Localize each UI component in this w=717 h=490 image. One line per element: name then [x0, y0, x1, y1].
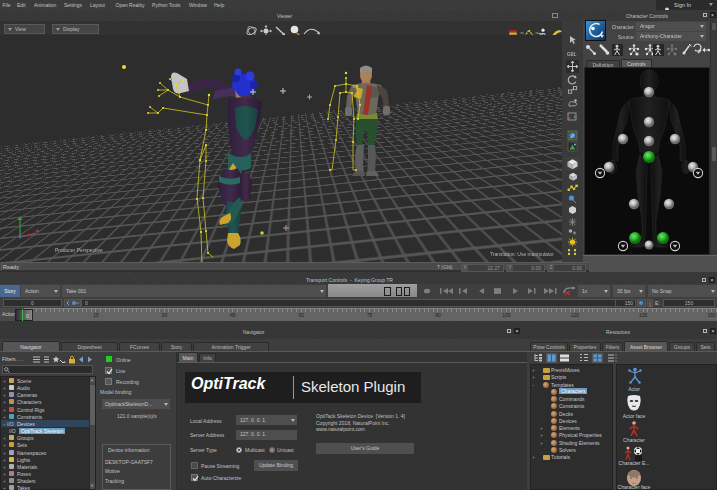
- svg-text:GBL: GBL: [567, 52, 577, 57]
